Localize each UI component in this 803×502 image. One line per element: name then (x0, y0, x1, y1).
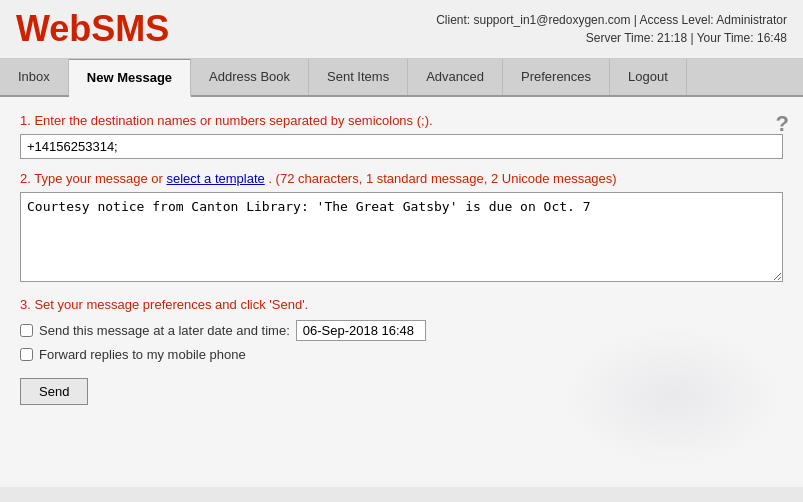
step3-label: 3. Set your message preferences and clic… (20, 297, 783, 312)
main-nav: Inbox New Message Address Book Sent Item… (0, 59, 803, 97)
select-template-link[interactable]: select a template (166, 171, 264, 186)
your-time-value: 16:48 (757, 31, 787, 45)
step2-text: 2. Type your message or (20, 171, 163, 186)
step1-label: 1. Enter the destination names or number… (20, 113, 783, 128)
server-time-value: 21:18 (657, 31, 687, 45)
step2-suffix: . (72 characters, 1 standard message, 2 … (268, 171, 616, 186)
access-level-value: Administrator (716, 13, 787, 27)
logo: WebSMS (16, 8, 169, 50)
nav-new-message[interactable]: New Message (69, 59, 191, 97)
forward-label: Forward replies to my mobile phone (39, 347, 246, 362)
your-time-label: Your Time: (697, 31, 754, 45)
nav-preferences[interactable]: Preferences (503, 59, 610, 95)
forward-row: Forward replies to my mobile phone (20, 347, 783, 362)
message-textarea[interactable] (20, 192, 783, 282)
send-button[interactable]: Send (20, 378, 88, 405)
step2-label: 2. Type your message or select a templat… (20, 171, 783, 186)
access-level-label: Access Level: (640, 13, 714, 27)
client-label: Client: (436, 13, 470, 27)
header-info: Client: support_in1@redoxygen.com | Acce… (436, 11, 787, 47)
destination-input[interactable] (20, 134, 783, 159)
nav-logout[interactable]: Logout (610, 59, 687, 95)
nav-inbox[interactable]: Inbox (0, 59, 69, 95)
forward-checkbox[interactable] (20, 348, 33, 361)
nav-address-book[interactable]: Address Book (191, 59, 309, 95)
help-icon[interactable]: ? (776, 111, 789, 137)
schedule-label: Send this message at a later date and ti… (39, 323, 290, 338)
header: WebSMS Client: support_in1@redoxygen.com… (0, 0, 803, 59)
schedule-row: Send this message at a later date and ti… (20, 320, 783, 341)
main-content: ? 1. Enter the destination names or numb… (0, 97, 803, 487)
schedule-checkbox[interactable] (20, 324, 33, 337)
nav-advanced[interactable]: Advanced (408, 59, 503, 95)
nav-sent-items[interactable]: Sent Items (309, 59, 408, 95)
client-email: support_in1@redoxygen.com (474, 13, 631, 27)
schedule-input[interactable] (296, 320, 426, 341)
server-time-label: Server Time: (586, 31, 654, 45)
